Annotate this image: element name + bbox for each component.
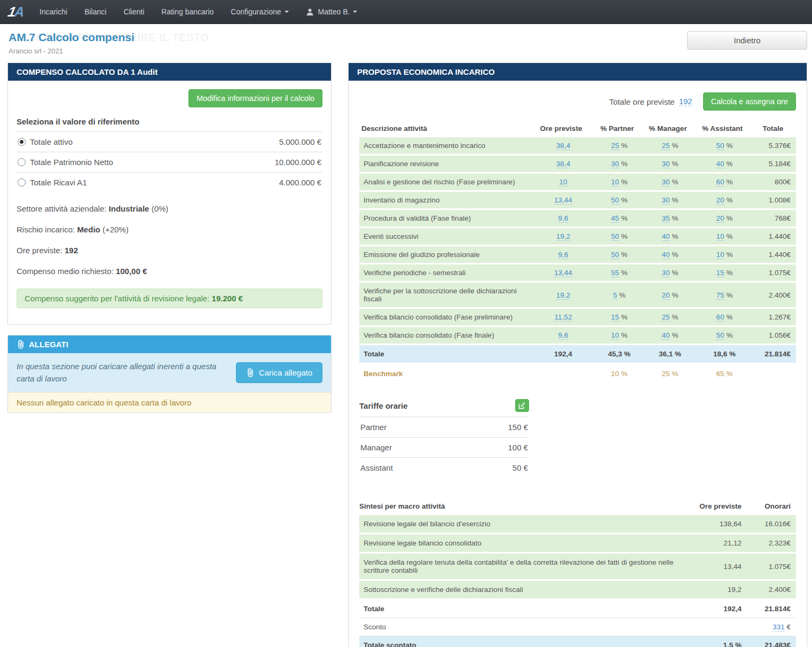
activity-hours-editable[interactable]: 11,52 [555, 313, 572, 322]
activity-hours-editable[interactable]: 13,44 [554, 196, 572, 205]
reference-radio[interactable]: Totale Patrimonio Netto [18, 158, 113, 167]
activity-partner-pct-editable[interactable]: 10 [611, 331, 619, 340]
calc-info-line: Rischio incarico: Medio (+20%) [17, 225, 322, 234]
calc-info-line: Ore previste: 192 [17, 246, 322, 255]
activity-manager-pct-editable[interactable]: 40 [662, 251, 670, 259]
activity-manager-pct-editable[interactable]: 30 [662, 160, 670, 168]
reference-radio[interactable]: Totale Ricavi A1 [18, 178, 87, 187]
activity-total: 1.440€ [754, 246, 796, 263]
activity-hours-editable[interactable]: 10 [559, 178, 567, 186]
activity-manager-pct-editable[interactable]: 30 [662, 269, 670, 277]
sconto-editable[interactable]: 331 [772, 623, 785, 632]
navbar-item[interactable]: Clienti [115, 0, 153, 24]
activity-partner-pct-editable[interactable]: 10 [611, 178, 619, 186]
activity-row: Accettazione e mantenimento incarico 38,… [359, 137, 796, 155]
navbar-item[interactable]: Bilanci [76, 0, 115, 24]
tariffe-rows: Partner 150 € Manager 100 € Assistant [359, 417, 529, 478]
activity-manager-pct-editable[interactable]: 25 [662, 313, 670, 322]
activity-row: Verifiche periodiche - semestrali 13,44 … [359, 264, 796, 283]
reference-option-value: 5.000.000 € [279, 137, 321, 146]
activity-desc: Analisi e gestione del rischio (Fase pre… [359, 174, 533, 190]
proposta-panel-title: PROPOSTA ECONOMICA INCARICO [349, 63, 807, 81]
activity-assistant-pct-editable[interactable]: 10 [716, 251, 724, 259]
activity-assistant-pct-editable[interactable]: 60 [716, 178, 724, 186]
activity-hours-editable[interactable]: 19,2 [556, 291, 570, 300]
activity-assistant-pct-editable[interactable]: 50 [716, 142, 724, 150]
sintesi-fees: 16.016€ [747, 515, 796, 533]
activity-manager-pct-editable[interactable]: 30 [662, 196, 670, 205]
activity-total: 1.056€ [754, 327, 796, 344]
activity-manager-pct-editable[interactable]: 25 [662, 142, 670, 150]
activity-assistant-pct-editable[interactable]: 20 [716, 214, 724, 223]
totale-scontato-row: Totale scontato 1,5 % 21.483€ [359, 636, 796, 647]
activity-partner-pct-editable[interactable]: 5 [613, 291, 617, 300]
total-hours-label: Totale ore previste [609, 97, 675, 106]
activity-assistant-pct-editable[interactable]: 15 [716, 269, 724, 277]
activity-desc: Inventario di magazzino [359, 192, 533, 208]
activity-manager-pct-editable[interactable]: 40 [662, 331, 670, 340]
activity-partner-pct-editable[interactable]: 25 [611, 142, 619, 150]
activity-hours-editable[interactable]: 9,6 [558, 251, 569, 259]
activity-manager-pct-editable[interactable]: 40 [662, 232, 670, 241]
sintesi-fees: 1.075€ [747, 558, 796, 575]
activity-partner-pct-editable[interactable]: 50 [611, 232, 619, 241]
activities-table-body: Accettazione e mantenimento incarico 38,… [359, 137, 796, 345]
activity-assistant-pct-editable[interactable]: 50 [716, 331, 724, 340]
activity-desc: Verifica bilancio consolidato (Fase prel… [359, 309, 533, 325]
activity-partner-pct-editable[interactable]: 15 [611, 313, 619, 322]
activity-manager-pct-editable[interactable]: 20 [662, 291, 670, 300]
activity-hours-editable[interactable]: 38,4 [556, 160, 570, 168]
navbar-item[interactable]: Incarichi [31, 0, 76, 24]
total-hours-editable[interactable]: 192 [679, 97, 692, 106]
navbar-item[interactable]: Rating bancario [153, 0, 222, 24]
navbar-item-configurazione[interactable]: Configurazione [222, 0, 297, 24]
activity-assistant-pct-editable[interactable]: 60 [716, 313, 724, 322]
activity-assistant-pct-editable[interactable]: 75 [716, 291, 724, 300]
modifica-informazioni-button[interactable]: Modifica informazioni per il calcolo [188, 89, 322, 107]
activity-hours-editable[interactable]: 38,4 [556, 142, 570, 150]
activity-assistant-pct-editable[interactable]: 10 [716, 232, 724, 241]
activity-partner-pct-editable[interactable]: 50 [611, 251, 619, 259]
total-hours-bar: Totale ore previste 192 Calcola e assegn… [359, 92, 796, 111]
app-logo[interactable]: 1A [0, 0, 31, 24]
tariffe-role: Partner [360, 423, 387, 432]
sintesi-row: Sottoscrizione e verifiche delle dichiar… [359, 581, 796, 600]
activity-partner-pct-editable[interactable]: 30 [611, 160, 619, 168]
activity-assistant-pct-editable[interactable]: 40 [716, 160, 724, 168]
tariffe-row: Assistant 50 € [359, 457, 529, 478]
activity-assistant-pct-editable[interactable]: 20 [716, 196, 724, 205]
activity-desc: Procedura di validità (Fase finale) [359, 210, 533, 227]
allegati-panel: ALLEGATI In questa sezione puoi caricare… [7, 335, 332, 413]
calcola-assegna-button[interactable]: Calcola e assegna ore [703, 92, 796, 111]
sintesi-header: Sintesi per macro attività Ore previste … [359, 499, 796, 515]
tariffe-role: Assistant [360, 463, 393, 472]
proposta-panel: PROPOSTA ECONOMICA INCARICO Totale ore p… [348, 63, 807, 647]
edit-tariffe-button[interactable] [515, 399, 529, 412]
activity-hours-editable[interactable]: 9,6 [558, 214, 569, 223]
activity-partner-pct-editable[interactable]: 45 [611, 214, 619, 223]
tariffe-role: Manager [360, 443, 392, 452]
calc-info-line: Compenso medio richiesto: 100,00 € [17, 267, 322, 276]
calc-info-line: Settore attività aziendale: Industriale … [17, 204, 322, 213]
back-button[interactable]: Indietro [687, 31, 807, 50]
activity-total: 2.400€ [754, 287, 796, 303]
activity-hours-editable[interactable]: 9,6 [558, 331, 569, 340]
sintesi-desc: Verifica della regolare tenuta della con… [359, 554, 683, 579]
paperclip-icon [17, 340, 25, 349]
activity-partner-pct-editable[interactable]: 50 [611, 196, 619, 205]
activity-manager-pct-editable[interactable]: 30 [662, 178, 670, 186]
compenso-panel-title: COMPENSO CALCOLATO DA 1 Audit [8, 63, 331, 81]
top-navbar: 1A Incarichi Bilanci Clienti Rating banc… [0, 0, 812, 24]
activity-hours-editable[interactable]: 19,2 [556, 232, 570, 241]
navbar-user-menu[interactable]: Matteo B. [297, 0, 366, 24]
activity-partner-pct-editable[interactable]: 55 [611, 269, 619, 277]
activity-total: 1.267€ [754, 309, 796, 325]
suggested-fee-alert: Compenso suggerito per l'attività di rev… [17, 289, 322, 308]
sintesi-fees: 2.400€ [747, 581, 796, 598]
calc-info-lines: Settore attività aziendale: Industriale … [17, 204, 322, 276]
carica-allegato-button[interactable]: Carica allegato [236, 362, 322, 383]
activity-manager-pct-editable[interactable]: 35 [662, 214, 670, 223]
reference-option-value: 10.000.000 € [274, 158, 321, 167]
reference-radio[interactable]: Totale attivo [18, 137, 73, 146]
activity-hours-editable[interactable]: 13,44 [554, 269, 572, 277]
